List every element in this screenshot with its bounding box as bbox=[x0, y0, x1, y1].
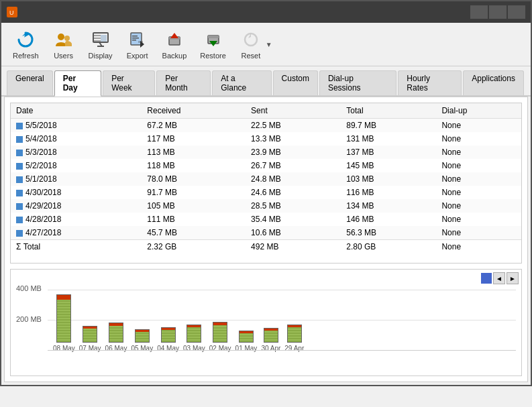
bar-group-3: 05 May bbox=[131, 329, 153, 352]
svg-rect-6 bbox=[93, 35, 101, 36]
cell-received: 117 MB bbox=[142, 132, 246, 146]
backup-icon bbox=[164, 29, 185, 50]
display-label: Display bbox=[89, 52, 113, 60]
maximize-button[interactable] bbox=[489, 5, 507, 19]
col-header-sent: Sent bbox=[246, 103, 341, 119]
bar-group-1: 07 May bbox=[79, 326, 101, 352]
restore-label: Restore bbox=[200, 52, 226, 60]
backup-label: Backup bbox=[162, 52, 187, 60]
refresh-button[interactable]: Refresh bbox=[7, 25, 45, 63]
table-row[interactable]: 4/27/201845.7 MB10.6 MB56.3 MBNone bbox=[11, 226, 521, 240]
row-icon bbox=[16, 123, 23, 129]
cell-received: 113 MB bbox=[142, 146, 246, 159]
minimize-button[interactable] bbox=[470, 5, 488, 19]
table-row[interactable]: 5/1/201878.0 MB24.8 MB103 MBNone bbox=[11, 172, 521, 186]
cell-dialup: None bbox=[436, 146, 521, 159]
table-row[interactable]: 4/30/201891.7 MB24.6 MB116 MBNone bbox=[11, 186, 521, 199]
display-button[interactable]: Display bbox=[83, 25, 119, 63]
col-header-dialup: Dial-up bbox=[436, 103, 521, 119]
cell-date: 5/4/2018 bbox=[11, 132, 142, 146]
cell-date: 4/28/2018 bbox=[11, 213, 142, 226]
users-button[interactable]: Users bbox=[46, 25, 81, 63]
svg-rect-20 bbox=[208, 36, 219, 38]
table-row[interactable]: 5/2/2018118 MB26.7 MB145 MBNone bbox=[11, 159, 521, 172]
tab-perday[interactable]: Per Day bbox=[54, 70, 101, 97]
tab-custom[interactable]: Custom bbox=[273, 70, 318, 95]
bar-label-4: 04 May bbox=[157, 345, 179, 352]
refresh-label: Refresh bbox=[13, 52, 39, 60]
cell-sent: 28.5 MB bbox=[246, 199, 341, 213]
bar-label-6: 02 May bbox=[209, 345, 231, 352]
bar-label-8: 30 Apr bbox=[261, 345, 280, 352]
bar-9 bbox=[287, 325, 302, 343]
cell-total: 137 MB bbox=[341, 146, 436, 159]
app-icon: U bbox=[7, 7, 17, 17]
table-row[interactable]: 5/4/2018117 MB13.3 MB131 MBNone bbox=[11, 132, 521, 146]
svg-point-3 bbox=[58, 34, 64, 40]
table-row[interactable]: 5/3/2018113 MB23.9 MB137 MBNone bbox=[11, 146, 521, 159]
cell-received: 67.2 MB bbox=[142, 119, 246, 133]
cell-date: 5/3/2018 bbox=[11, 146, 142, 159]
gridline-bottom bbox=[48, 350, 516, 351]
cell-date: 5/2/2018 bbox=[11, 159, 142, 172]
cell-sent: 22.5 MB bbox=[246, 119, 341, 133]
title-bar: U bbox=[1, 1, 531, 23]
reset-label: Reset bbox=[241, 52, 260, 60]
cell-total-total: 2.80 GB bbox=[341, 240, 436, 254]
backup-button[interactable]: Backup bbox=[156, 25, 193, 63]
export-button[interactable]: Export bbox=[120, 25, 155, 63]
table-row[interactable]: 5/5/201867.2 MB22.5 MB89.7 MBNone bbox=[11, 119, 521, 133]
cell-received: 78.0 MB bbox=[142, 172, 246, 186]
cell-total-label: Σ Total bbox=[11, 240, 142, 254]
svg-rect-9 bbox=[101, 35, 107, 42]
cell-received: 118 MB bbox=[142, 159, 246, 172]
bar-group-4: 04 May bbox=[157, 327, 179, 352]
cell-total: 146 MB bbox=[341, 213, 436, 226]
row-icon bbox=[16, 163, 23, 170]
bar-label-9: 29 Apr bbox=[284, 345, 304, 352]
bar-label-1: 07 May bbox=[79, 345, 101, 352]
cell-total: 145 MB bbox=[341, 159, 436, 172]
cell-total-sent: 492 MB bbox=[246, 240, 341, 254]
cell-sent: 24.8 MB bbox=[246, 172, 341, 186]
tab-general[interactable]: General bbox=[7, 70, 53, 95]
chart-legend-box bbox=[481, 273, 492, 284]
chart-prev-button[interactable]: ◄ bbox=[493, 272, 505, 284]
svg-text:U: U bbox=[9, 9, 14, 16]
data-table: DateReceivedSentTotalDial-up 5/5/201867.… bbox=[11, 103, 521, 253]
bar-1 bbox=[83, 326, 97, 343]
cell-sent: 10.6 MB bbox=[246, 226, 341, 240]
main-window: U RefreshUsersDisplayExportBackupRestore… bbox=[0, 0, 532, 386]
col-header-date: Date bbox=[11, 103, 142, 119]
cell-total: 89.7 MB bbox=[341, 119, 436, 133]
svg-point-4 bbox=[64, 36, 70, 41]
cell-sent: 24.6 MB bbox=[246, 186, 341, 199]
display-icon bbox=[90, 29, 111, 50]
cell-dialup: None bbox=[436, 119, 521, 133]
restore-button[interactable]: Restore bbox=[194, 25, 232, 63]
chart-next-button[interactable]: ► bbox=[507, 272, 519, 284]
table-row[interactable]: 4/28/2018111 MB35.4 MB146 MBNone bbox=[11, 213, 521, 226]
tab-hourlyrates[interactable]: Hourly Rates bbox=[398, 70, 462, 95]
bar-label-5: 03 May bbox=[183, 345, 205, 352]
bar-label-0: 08 May bbox=[53, 345, 75, 352]
table-row[interactable]: 4/29/2018105 MB28.5 MB134 MBNone bbox=[11, 199, 521, 213]
total-row: Σ Total 2.32 GB 492 MB 2.80 GB None bbox=[11, 240, 521, 254]
users-label: Users bbox=[54, 52, 73, 60]
cell-date: 4/27/2018 bbox=[11, 226, 142, 240]
tab-applications[interactable]: Applications bbox=[463, 70, 524, 95]
data-table-wrapper[interactable]: DateReceivedSentTotalDial-up 5/5/201867.… bbox=[10, 103, 522, 264]
cell-sent: 35.4 MB bbox=[246, 213, 341, 226]
tab-perweek[interactable]: Per Week bbox=[103, 70, 155, 95]
tab-dialup[interactable]: Dial-up Sessions bbox=[319, 70, 396, 95]
tab-ataglance[interactable]: At a Glance bbox=[212, 70, 271, 95]
close-button[interactable] bbox=[508, 5, 525, 19]
toolbar: RefreshUsersDisplayExportBackupRestoreRe… bbox=[1, 23, 531, 66]
reset-button[interactable]: Reset bbox=[233, 25, 268, 63]
main-content: DateReceivedSentTotalDial-up 5/5/201867.… bbox=[4, 97, 528, 382]
row-icon bbox=[16, 150, 23, 156]
bar-group-5: 03 May bbox=[183, 325, 205, 352]
reset-dropdown-arrow[interactable]: ▼ bbox=[266, 41, 272, 48]
bar-group-7: 01 May bbox=[235, 331, 258, 352]
tab-permonth[interactable]: Per Month bbox=[156, 70, 211, 95]
